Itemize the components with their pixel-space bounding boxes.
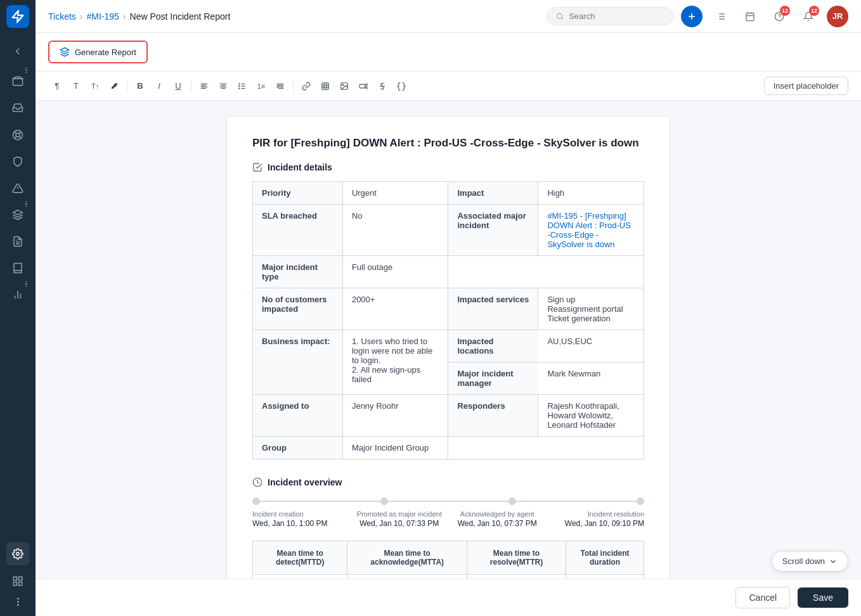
format-color[interactable]: [105, 77, 123, 95]
list-icon: [716, 11, 726, 22]
timeline-value-3: Wed, Jan 10, 07:37 PM: [448, 519, 547, 528]
help-button[interactable]: 12: [768, 6, 790, 27]
content-area[interactable]: PIR for [Freshping] DOWN Alert : Prod-US…: [36, 101, 861, 579]
sidebar-item-chart[interactable]: [6, 283, 29, 306]
assigned-to-label: Assigned to: [253, 395, 343, 437]
timeline-value-2: Wed, Jan 10, 07:33 PM: [351, 519, 449, 528]
format-bold[interactable]: B: [131, 77, 149, 95]
sidebar-group-grid-more: [17, 598, 19, 606]
impacted-services-label: Impacted services: [448, 288, 538, 330]
major-incident-manager-label: Major incident manager: [448, 363, 538, 395]
sidebar-item-shield[interactable]: [6, 150, 29, 173]
format-underline[interactable]: U: [169, 77, 187, 95]
breadcrumb-tickets[interactable]: Tickets: [48, 11, 76, 22]
insert-placeholder-button[interactable]: Insert placeholder: [764, 77, 848, 95]
strikethrough-icon: [378, 82, 387, 91]
business-impact-value: 1. Users who tried to login were not be …: [342, 330, 448, 395]
sidebar-item-alert[interactable]: [6, 177, 29, 200]
cancel-button[interactable]: Cancel: [735, 587, 790, 608]
format-code[interactable]: {}: [392, 77, 410, 95]
impact-value: High: [538, 182, 644, 205]
table-row-incident-type: Major incident type Full outage: [253, 256, 644, 288]
scroll-down-button[interactable]: Scroll down: [772, 551, 848, 572]
sidebar-item-bug[interactable]: [6, 124, 29, 146]
generate-report-label: Generate Report: [75, 48, 136, 57]
format-heading[interactable]: T↑: [86, 77, 104, 95]
format-align-left[interactable]: [195, 77, 213, 95]
timeline-label-1: Incident creation: [252, 510, 351, 518]
sidebar-item-layers[interactable]: [6, 203, 29, 226]
search-box[interactable]: [547, 7, 673, 25]
format-text-style[interactable]: T: [67, 77, 85, 95]
format-strikethrough[interactable]: [373, 77, 391, 95]
svg-rect-15: [13, 582, 16, 586]
breadcrumb: Tickets › #MI-195 › New Post Incident Re…: [48, 11, 541, 22]
format-list-ol[interactable]: 1≡: [252, 77, 270, 95]
breadcrumb-mi195[interactable]: #MI-195: [87, 11, 119, 22]
app-logo[interactable]: [6, 5, 29, 28]
format-sep-3: [293, 80, 294, 93]
incident-overview-header: Incident overview: [252, 477, 644, 487]
sidebar-item-document[interactable]: [6, 230, 29, 253]
svg-rect-57: [359, 84, 365, 88]
save-button[interactable]: Save: [798, 587, 848, 608]
format-image[interactable]: [335, 77, 353, 95]
add-button[interactable]: [681, 6, 702, 27]
format-align-center[interactable]: [214, 77, 232, 95]
notification-badge: 12: [809, 6, 819, 16]
associated-link[interactable]: #MI-195 - [Freshping] DOWN Alert : Prod-…: [547, 211, 630, 249]
timeline-dot-1: [252, 497, 260, 505]
table-row-business-impact: Business impact: 1. Users who tried to l…: [253, 330, 644, 395]
incident-overview-section: Incident overview Incident creation: [252, 477, 644, 579]
associated-value[interactable]: #MI-195 - [Freshping] DOWN Alert : Prod-…: [538, 205, 644, 256]
format-list-ul[interactable]: [233, 77, 251, 95]
timeline-line-1: [260, 501, 380, 502]
incident-details-icon: [252, 162, 262, 172]
notifications-button[interactable]: 12: [798, 6, 819, 27]
sidebar-item-settings[interactable]: [6, 542, 29, 565]
svg-point-56: [342, 84, 344, 86]
format-paragraph[interactable]: ¶: [48, 77, 66, 95]
generate-report-button[interactable]: Generate Report: [48, 41, 148, 63]
incident-type-empty: [448, 256, 644, 288]
table-row-customers: No of customers impacted 2000+ Impacted …: [253, 288, 644, 330]
sidebar-item-tickets[interactable]: [6, 70, 29, 93]
sidebar-collapse-btn[interactable]: [6, 40, 29, 63]
timeline-line-2: [388, 501, 508, 502]
format-indent-left[interactable]: [271, 77, 289, 95]
timeline-label-2: Promoted as major incident: [351, 510, 449, 518]
help-badge: 12: [780, 6, 790, 16]
format-link[interactable]: [297, 77, 315, 95]
svg-rect-14: [19, 582, 22, 586]
priority-value: Urgent: [342, 182, 448, 205]
svg-rect-26: [746, 13, 754, 20]
format-video[interactable]: [354, 77, 372, 95]
plus-icon: [687, 11, 697, 22]
report-title: PIR for [Freshping] DOWN Alert : Prod-US…: [252, 137, 644, 150]
svg-point-1: [16, 133, 20, 137]
svg-rect-50: [322, 82, 329, 89]
customers-value: 2000+: [342, 288, 448, 330]
timeline-item-4: Incident resolution Wed, Jan 10, 09:10 P…: [547, 510, 645, 528]
sidebar-item-book[interactable]: [6, 257, 29, 279]
format-table[interactable]: [316, 77, 334, 95]
svg-point-44: [239, 86, 240, 86]
calendar-button[interactable]: [739, 6, 761, 27]
avatar[interactable]: JR: [827, 6, 848, 27]
format-italic[interactable]: I: [150, 77, 168, 95]
metrics-table: Mean time to detect(MTTD) Mean time to a…: [252, 541, 644, 579]
sidebar-item-grid[interactable]: [6, 570, 29, 593]
timeline-track: [252, 497, 644, 505]
timeline-item-2: Promoted as major incident Wed, Jan 10, …: [351, 510, 449, 528]
svg-rect-13: [19, 577, 22, 580]
list-view-button[interactable]: [710, 6, 732, 27]
business-impact-right: Impacted locations AU,US,EUC Major incid…: [448, 330, 644, 395]
timeline-item-1: Incident creation Wed, Jan 10, 1:00 PM: [252, 510, 351, 528]
incident-type-label: Major incident type: [253, 256, 343, 288]
svg-marker-5: [13, 210, 23, 215]
svg-point-45: [239, 87, 240, 88]
sidebar-item-inbox[interactable]: [6, 96, 29, 119]
search-input[interactable]: [569, 11, 664, 21]
format-buttons: ¶ T T↑ B I U 1≡: [48, 77, 410, 95]
mttd-header: Mean time to detect(MTTD): [253, 541, 347, 575]
